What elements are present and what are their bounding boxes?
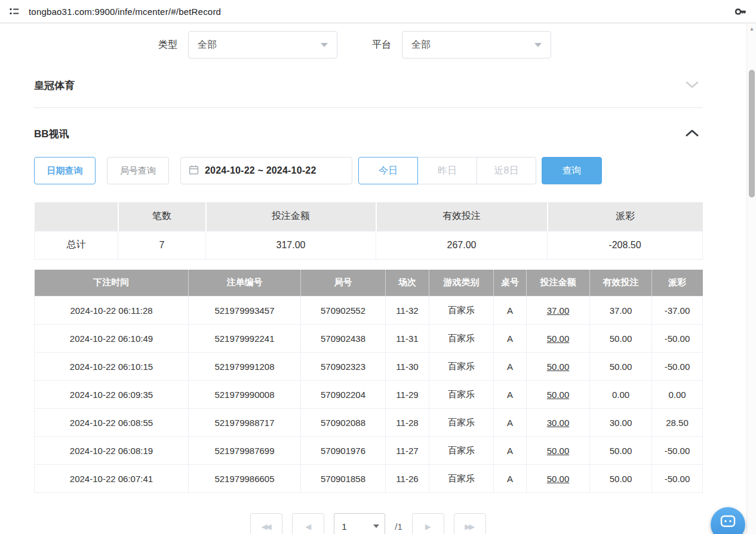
collapse-chevron-up-icon[interactable] (682, 126, 702, 141)
password-key-icon[interactable] (735, 5, 748, 18)
table-no: A (494, 381, 527, 409)
game-type: 百家乐 (429, 465, 494, 493)
summary-header-bet: 投注金额 (206, 202, 376, 231)
game-type: 百家乐 (429, 325, 494, 353)
header-round-id: 局号 (301, 270, 386, 297)
left-icon: ◀ (305, 522, 311, 531)
payout-cell: 0.00 (652, 381, 703, 409)
bet-amount-link[interactable]: 50.00 (527, 437, 590, 465)
type-label: 类型 (158, 39, 177, 51)
order-id: 521979986605 (189, 465, 301, 493)
order-id: 521979987699 (189, 437, 301, 465)
summary-valid: 267.00 (376, 231, 548, 259)
bet-amount-link[interactable]: 50.00 (527, 353, 590, 381)
section-crown-sports: 皇冠体育 (34, 78, 702, 93)
valid-bet: 0.00 (590, 381, 652, 409)
bet-amount-link[interactable]: 37.00 (527, 297, 590, 325)
summary-count: 7 (118, 231, 206, 259)
table-no: A (494, 353, 527, 381)
round-id: 570901858 (301, 465, 386, 493)
table-row: 2024-10-22 06:10:49 521979992241 5709024… (35, 325, 703, 353)
bet-record-page: 类型 全部 平台 全部 皇冠体育 BB视讯 日期查询 局号查询 (34, 23, 702, 534)
bet-time: 2024-10-22 06:08:55 (35, 409, 189, 437)
search-button[interactable]: 查询 (542, 157, 602, 184)
bet-time: 2024-10-22 06:08:19 (35, 437, 189, 465)
type-select[interactable]: 全部 (188, 31, 337, 58)
summary-bet: 317.00 (206, 231, 376, 259)
game-type: 百家乐 (429, 381, 494, 409)
order-id: 521979992241 (189, 325, 301, 353)
customer-service-chat-button[interactable] (711, 507, 745, 534)
header-bet-amount: 投注金额 (527, 270, 590, 297)
browser-list-icon[interactable] (8, 5, 21, 18)
bet-amount-link[interactable]: 50.00 (527, 465, 590, 493)
bet-amount-link[interactable]: 30.00 (527, 409, 590, 437)
header-payout: 派彩 (652, 270, 703, 297)
payout-cell: -37.00 (652, 297, 703, 325)
session: 11-30 (386, 353, 429, 381)
round-id: 570902438 (301, 325, 386, 353)
date-range-input[interactable]: 2024-10-22 ~ 2024-10-22 (180, 157, 352, 184)
date-query-button[interactable]: 日期查询 (34, 157, 96, 184)
last-8-days-button[interactable]: 近8日 (477, 157, 536, 184)
order-id: 521979991208 (189, 353, 301, 381)
bet-time: 2024-10-22 06:11:28 (35, 297, 189, 325)
header-valid-bet: 有效投注 (590, 270, 652, 297)
header-game-type: 游戏类别 (429, 270, 494, 297)
bet-amount-link[interactable]: 50.00 (527, 381, 590, 409)
summary-total-label: 总计 (35, 231, 118, 259)
session: 11-32 (386, 297, 429, 325)
bet-amount-link[interactable]: 50.00 (527, 325, 590, 353)
section-divider (34, 107, 702, 108)
summary-total-row: 总计 7 317.00 267.00 -208.50 (35, 231, 703, 259)
vertical-scrollbar[interactable]: ▲ (746, 23, 756, 534)
platform-select-value: 全部 (411, 39, 431, 51)
yesterday-button[interactable]: 昨日 (417, 157, 477, 184)
payout-cell: -50.00 (652, 325, 703, 353)
summary-table: 笔数 投注金额 有效投注 派彩 总计 7 317.00 267.00 -208.… (34, 202, 703, 260)
valid-bet: 50.00 (590, 353, 652, 381)
scroll-up-arrow-icon[interactable]: ▲ (747, 23, 756, 34)
session: 11-26 (386, 465, 429, 493)
session: 11-28 (386, 409, 429, 437)
page-select-wrap: 1 (334, 513, 385, 534)
next-page-button[interactable]: ▶ (412, 513, 444, 534)
collapse-chevron-down-icon[interactable] (682, 78, 702, 93)
scrollbar-thumb[interactable] (749, 70, 755, 197)
table-row: 2024-10-22 06:10:15 521979991208 5709023… (35, 353, 703, 381)
summary-header-count: 笔数 (118, 202, 206, 231)
payout-cell: 28.50 (652, 409, 703, 437)
table-row: 2024-10-22 06:11:28 521979993457 5709025… (35, 297, 703, 325)
game-type: 百家乐 (429, 353, 494, 381)
table-header-row: 下注时间 注单编号 局号 场次 游戏类别 桌号 投注金额 有效投注 派彩 (35, 270, 703, 297)
summary-payout: -208.50 (548, 231, 703, 259)
valid-bet: 30.00 (590, 409, 652, 437)
game-type: 百家乐 (429, 409, 494, 437)
session: 11-29 (386, 381, 429, 409)
summary-header-payout: 派彩 (548, 202, 703, 231)
table-row: 2024-10-22 06:08:19 521979987699 5709019… (35, 437, 703, 465)
prev-page-button[interactable]: ◀ (292, 513, 324, 534)
first-page-button[interactable]: ◀◀ (250, 513, 282, 534)
url-field[interactable]: tongbao31.com:9900/infe/mcenter/#/betRec… (29, 7, 729, 17)
header-order-id: 注单编号 (189, 270, 301, 297)
today-button[interactable]: 今日 (358, 157, 418, 184)
payout-cell: -50.00 (652, 465, 703, 493)
payout-cell: -50.00 (652, 353, 703, 381)
page-select[interactable]: 1 (334, 513, 385, 534)
summary-header-blank (35, 202, 118, 231)
platform-label: 平台 (372, 39, 391, 51)
bet-time: 2024-10-22 06:10:49 (35, 325, 189, 353)
table-no: A (494, 409, 527, 437)
last-page-button[interactable]: ▶▶ (454, 513, 486, 534)
platform-select[interactable]: 全部 (402, 31, 551, 58)
browser-address-bar: tongbao31.com:9900/infe/mcenter/#/betRec… (0, 0, 756, 23)
table-row: 2024-10-22 06:09:35 521979990008 5709022… (35, 381, 703, 409)
valid-bet: 50.00 (590, 437, 652, 465)
table-no: A (494, 437, 527, 465)
round-query-button[interactable]: 局号查询 (107, 157, 169, 184)
summary-header-row: 笔数 投注金额 有效投注 派彩 (35, 202, 703, 231)
round-id: 570902088 (301, 409, 386, 437)
double-right-icon: ▶▶ (465, 522, 473, 531)
filter-row: 类型 全部 平台 全部 (34, 31, 702, 58)
